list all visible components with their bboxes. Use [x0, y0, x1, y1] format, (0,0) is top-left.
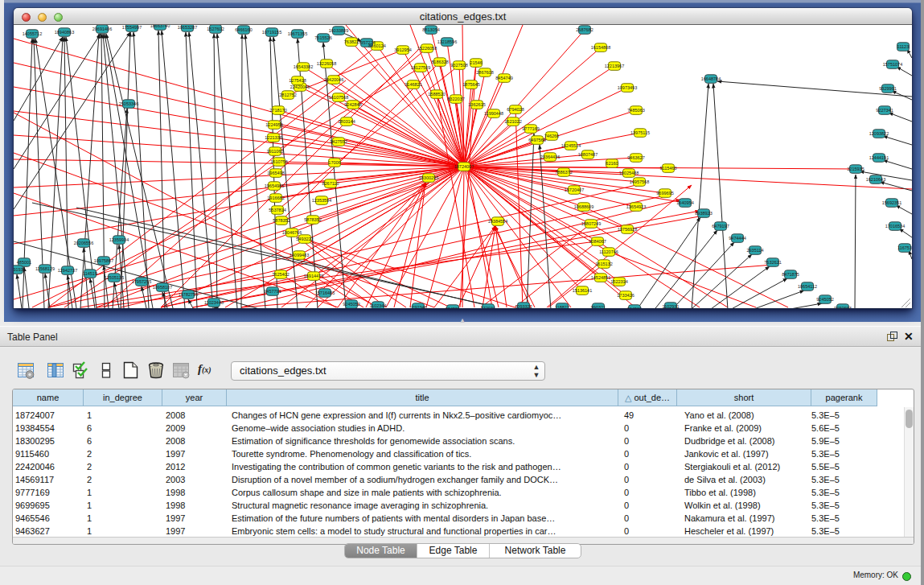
svg-text:8813054: 8813054 [422, 27, 439, 32]
svg-text:12093822: 12093822 [869, 131, 889, 136]
svg-text:6794028: 6794028 [507, 107, 524, 112]
svg-text:746266: 746266 [544, 134, 559, 138]
svg-text:18940863: 18940863 [55, 30, 74, 35]
svg-text:10654112: 10654112 [798, 284, 817, 289]
svg-text:11990448: 11990448 [484, 111, 503, 116]
svg-text:12942737: 12942737 [58, 268, 77, 273]
svg-text:62160: 62160 [606, 161, 618, 166]
svg-text:16543382: 16543382 [294, 64, 313, 69]
svg-text:20691406: 20691406 [92, 27, 112, 31]
svg-text:7886372: 7886372 [555, 170, 572, 175]
svg-text:17016534: 17016534 [885, 224, 905, 229]
svg-text:1275418: 1275418 [289, 78, 306, 83]
svg-text:19384554: 19384554 [488, 219, 507, 224]
svg-text:18807249: 18807249 [581, 221, 601, 226]
svg-text:10719155: 10719155 [262, 30, 281, 35]
svg-text:17957255: 17957255 [132, 279, 151, 284]
svg-text:763822: 763822 [344, 39, 359, 44]
svg-text:9242848: 9242848 [344, 102, 361, 107]
svg-text:16782759: 16782759 [179, 292, 198, 297]
svg-text:14524851: 14524851 [591, 275, 610, 280]
svg-text:9327508: 9327508 [450, 63, 467, 68]
svg-text:6466160: 6466160 [235, 27, 252, 32]
svg-text:485001: 485001 [17, 260, 31, 265]
svg-text:990321: 990321 [591, 305, 606, 308]
svg-text:10973493: 10973493 [618, 85, 637, 90]
svg-text:6479197: 6479197 [712, 224, 729, 229]
svg-text:9463627: 9463627 [627, 155, 644, 160]
svg-text:20206556: 20206556 [74, 241, 93, 245]
svg-text:1621022: 1621022 [504, 119, 521, 124]
svg-text:9245052: 9245052 [343, 302, 359, 307]
svg-text:2718170: 2718170 [269, 108, 286, 113]
svg-text:1527602: 1527602 [207, 27, 224, 31]
svg-text:1733426: 1733426 [617, 293, 634, 298]
svg-text:204563: 204563 [627, 307, 642, 308]
svg-text:9474444: 9474444 [729, 236, 745, 241]
svg-text:25053346: 25053346 [119, 101, 138, 106]
svg-text:23420046: 23420046 [324, 77, 343, 82]
svg-text:13218596: 13218596 [437, 39, 457, 44]
svg-text:18724007: 18724007 [454, 164, 474, 169]
svg-text:2867608: 2867608 [476, 70, 493, 75]
svg-text:10671355: 10671355 [288, 31, 307, 36]
svg-text:5878352: 5878352 [304, 217, 321, 222]
svg-text:984521: 984521 [446, 307, 460, 308]
svg-text:8186328: 8186328 [431, 60, 448, 64]
svg-text:3912954: 3912954 [394, 47, 411, 52]
svg-text:1362615: 1362615 [468, 102, 485, 107]
svg-text:1803144: 1803144 [338, 119, 355, 124]
svg-text:7632621: 7632621 [764, 260, 781, 265]
svg-text:7485063: 7485063 [627, 108, 644, 113]
svg-text:3215935: 3215935 [847, 167, 864, 171]
svg-text:5537814: 5537814 [269, 208, 285, 212]
svg-text:772034: 772034 [481, 306, 495, 308]
svg-text:14957568: 14957568 [630, 179, 649, 184]
svg-text:10807487: 10807487 [578, 152, 598, 157]
svg-text:9146821: 9146821 [405, 82, 421, 87]
svg-text:13654923: 13654923 [626, 204, 646, 209]
svg-text:5878352: 5878352 [273, 218, 290, 223]
svg-text:1102931: 1102931 [662, 304, 679, 308]
svg-text:7357224: 7357224 [358, 40, 375, 45]
svg-text:13226058: 13226058 [317, 61, 336, 66]
svg-text:15226058: 15226058 [417, 46, 437, 51]
svg-text:18127509: 18127509 [411, 65, 430, 70]
svg-text:14099483: 14099483 [290, 253, 309, 257]
svg-text:10975867: 10975867 [94, 258, 113, 263]
svg-text:22420046: 22420046 [290, 84, 310, 89]
svg-text:1615132: 1615132 [595, 262, 612, 266]
svg-text:10046766: 10046766 [282, 230, 302, 235]
svg-text:9115460: 9115460 [659, 166, 676, 171]
svg-text:14055712: 14055712 [23, 31, 42, 36]
svg-text:8322037: 8322037 [447, 97, 464, 101]
svg-text:1911063: 1911063 [266, 149, 283, 154]
svg-text:9245052: 9245052 [816, 297, 833, 302]
svg-text:8267110: 8267110 [322, 181, 339, 186]
svg-text:16154808: 16154808 [591, 45, 610, 50]
svg-text:10688609: 10688609 [574, 204, 593, 209]
svg-text:16914479: 16914479 [304, 274, 323, 278]
svg-text:18663740: 18663740 [150, 25, 170, 28]
svg-text:1522314: 1522314 [610, 279, 627, 284]
svg-text:9699695: 9699695 [656, 191, 673, 196]
svg-text:10025488: 10025488 [619, 171, 639, 175]
svg-text:1875645: 1875645 [462, 82, 479, 87]
svg-text:15692351: 15692351 [882, 200, 901, 205]
svg-text:12353594: 12353594 [312, 198, 331, 203]
svg-text:19654985: 19654985 [265, 183, 284, 188]
svg-text:21546: 21546 [470, 60, 482, 65]
svg-text:5493222: 5493222 [296, 237, 313, 241]
svg-text:8471875: 8471875 [782, 272, 799, 277]
svg-text:9427552: 9427552 [330, 139, 347, 144]
svg-text:16648784: 16648784 [701, 76, 721, 81]
svg-text:1221338: 1221338 [265, 135, 281, 140]
svg-text:1640954: 1640954 [676, 200, 693, 205]
svg-text:15716485: 15716485 [315, 290, 335, 295]
svg-text:16210643: 16210643 [866, 177, 885, 182]
svg-text:9227341: 9227341 [876, 108, 893, 113]
svg-text:11023448: 11023448 [204, 300, 224, 305]
svg-text:20364436: 20364436 [540, 154, 560, 159]
svg-text:9777169: 9777169 [522, 126, 539, 131]
svg-text:10756928: 10756928 [618, 227, 637, 232]
